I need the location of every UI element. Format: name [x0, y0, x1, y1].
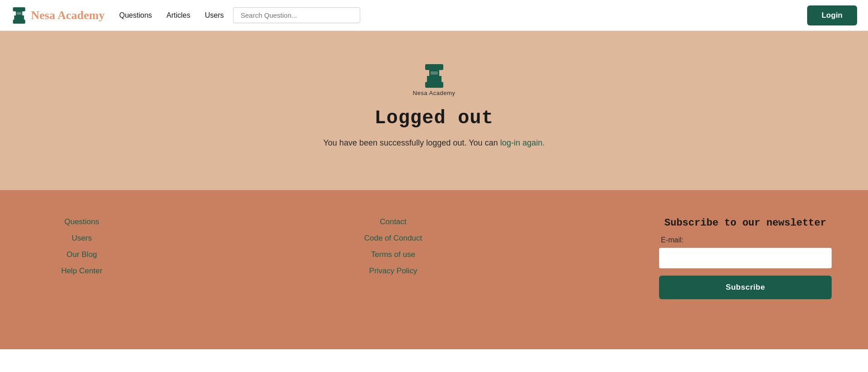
svg-rect-0 — [13, 7, 25, 11]
footer-link-help[interactable]: Help Center — [36, 266, 127, 276]
nav-links: Questions Articles Users — [119, 11, 223, 20]
footer-link-blog[interactable]: Our Blog — [36, 250, 127, 259]
newsletter-email-label: E-mail: — [659, 236, 832, 244]
subscribe-button[interactable]: Subscribe — [659, 276, 832, 299]
nav-search-container — [233, 7, 360, 23]
svg-rect-2 — [14, 15, 24, 20]
login-button[interactable]: Login — [807, 5, 857, 25]
newsletter-email-input[interactable] — [659, 248, 832, 268]
hero-section: Nesa Academy Logged out You have been su… — [0, 31, 868, 190]
hero-title: Logged out — [374, 107, 493, 129]
svg-rect-8 — [425, 82, 443, 88]
svg-rect-9 — [431, 71, 438, 75]
footer-col-1: Questions Users Our Blog Help Center — [36, 217, 127, 276]
nav-login-container: Login — [807, 5, 857, 25]
footer-col-2: Contact Code of Conduct Terms of use Pri… — [348, 217, 439, 276]
nav-link-users[interactable]: Users — [205, 11, 224, 19]
nav-logo[interactable]: Nesa Academy — [11, 7, 104, 24]
hero-logo-label: Nesa Academy — [413, 90, 455, 96]
footer-newsletter: Subscribe to our newsletter E-mail: Subs… — [659, 217, 832, 299]
newsletter-title: Subscribe to our newsletter — [665, 217, 826, 229]
nav-logo-text: Nesa Academy — [31, 9, 104, 22]
navbar: Nesa Academy Questions Articles Users Lo… — [0, 0, 868, 31]
svg-rect-3 — [13, 20, 25, 24]
footer-link-contact[interactable]: Contact — [380, 217, 407, 226]
search-input[interactable] — [233, 7, 360, 23]
svg-rect-4 — [17, 12, 22, 14]
nav-link-questions[interactable]: Questions — [119, 11, 152, 19]
footer-link-privacy[interactable]: Privacy Policy — [369, 266, 417, 276]
nav-link-articles[interactable]: Articles — [167, 11, 190, 19]
footer-link-terms[interactable]: Terms of use — [371, 250, 415, 259]
svg-rect-7 — [427, 76, 441, 82]
hero-login-link[interactable]: log-in again. — [500, 138, 545, 147]
footer-link-questions[interactable]: Questions — [36, 217, 127, 226]
footer-link-users[interactable]: Users — [36, 234, 127, 243]
hero-subtitle: You have been successfully logged out. Y… — [323, 138, 545, 148]
hero-subtitle-text: You have been successfully logged out. Y… — [323, 138, 501, 147]
footer: Questions Users Our Blog Help Center Con… — [0, 190, 868, 349]
svg-rect-5 — [425, 64, 443, 70]
hero-logo: Nesa Academy — [413, 64, 455, 96]
logo-icon — [11, 7, 27, 24]
footer-link-code-of-conduct[interactable]: Code of Conduct — [364, 234, 422, 243]
hero-logo-icon — [422, 64, 446, 88]
